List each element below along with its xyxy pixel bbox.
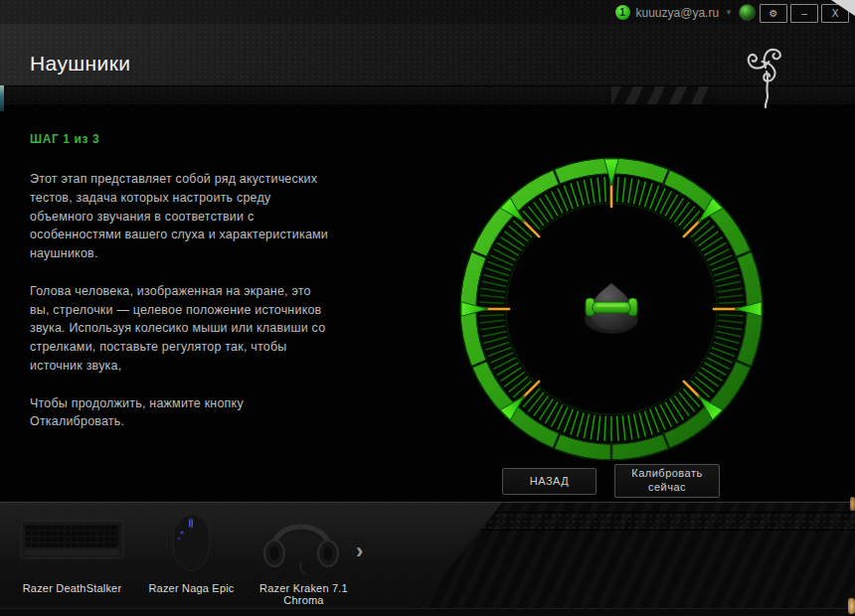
- device-bar: › Razer DeathStalker Razer Naga Epic Raz…: [0, 502, 855, 609]
- razer-synapse-window: 1 kuuuzya@ya.ru ▼ ⚙ – X Наушники: [0, 0, 855, 616]
- device-label: Razer DeathStalker: [15, 582, 129, 594]
- headset-image: [252, 506, 351, 579]
- more-devices-chevron[interactable]: ›: [356, 539, 363, 564]
- bottom-edge: [0, 608, 855, 616]
- edge-decoration: [0, 85, 4, 111]
- razer-logo-icon: [723, 26, 808, 109]
- back-button[interactable]: НАЗАД: [502, 468, 597, 495]
- device-bar-right-decoration: [418, 503, 855, 609]
- instruction-paragraph: Этот этап представляет собой ряд акустич…: [30, 170, 332, 263]
- page-title: Наушники: [30, 52, 130, 76]
- window-corner-fold: [831, 0, 855, 16]
- mouse-image: [149, 511, 234, 574]
- settings-button[interactable]: ⚙: [760, 4, 787, 23]
- background-artifact: [848, 598, 855, 614]
- device-tile-kraken[interactable]: [252, 506, 351, 583]
- header: 1 kuuuzya@ya.ru ▼ ⚙ – X Наушники: [0, 0, 855, 85]
- device-tile-naga-epic[interactable]: [149, 511, 234, 578]
- account-menu[interactable]: 1 kuuuzya@ya.ru ▼: [615, 4, 756, 21]
- minimize-icon: –: [801, 8, 807, 19]
- gear-icon: ⚙: [770, 8, 778, 19]
- instruction-paragraph: Чтобы продолжить, нажмите кнопку Откалиб…: [30, 394, 332, 432]
- calibration-page: ШАГ 1 из 3 Этот этап представляет собой …: [0, 104, 855, 502]
- hex-texture-strip: [418, 512, 855, 531]
- account-email: kuuuzya@ya.ru: [636, 6, 720, 20]
- calibration-dial[interactable]: [452, 150, 770, 468]
- surround-calibration-dial[interactable]: [452, 150, 770, 468]
- avatar[interactable]: [739, 4, 756, 21]
- device-label: Razer Kraken 7.1 Chroma: [247, 582, 361, 606]
- device-tile-deathstalker[interactable]: [15, 515, 129, 570]
- minimize-button[interactable]: –: [790, 4, 818, 23]
- chevron-down-icon: ▼: [725, 8, 733, 17]
- diagonal-stripes-decoration: [611, 86, 711, 104]
- calibrate-now-button[interactable]: Калибровать сейчас: [614, 464, 720, 498]
- listener-head-icon: [585, 283, 638, 334]
- device-label: Razer Naga Epic: [144, 582, 239, 594]
- notification-badge[interactable]: 1: [615, 5, 630, 20]
- instructions: Этот этап представляет собой ряд акустич…: [30, 170, 332, 450]
- background-artifact: [850, 497, 855, 511]
- instruction-paragraph: Голова человека, изображенная на экране,…: [30, 282, 332, 376]
- keyboard-image: [15, 515, 129, 566]
- step-indicator: ШАГ 1 из 3: [30, 132, 99, 146]
